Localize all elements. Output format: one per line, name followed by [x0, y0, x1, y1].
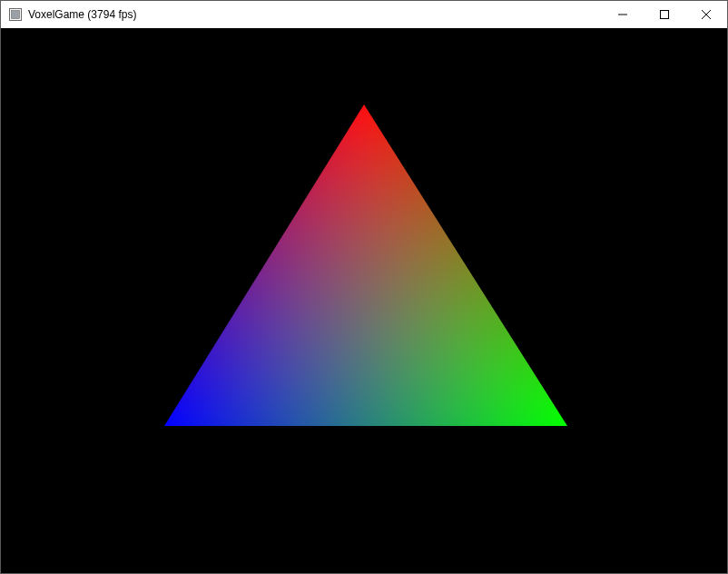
svg-rect-3	[661, 11, 669, 19]
close-button[interactable]	[685, 1, 727, 28]
window-title: VoxelGame (3794 fps)	[28, 1, 136, 28]
app-window: VoxelGame (3794 fps)	[0, 0, 728, 574]
maximize-button[interactable]	[644, 1, 685, 28]
svg-marker-8	[164, 104, 567, 426]
close-icon	[702, 10, 711, 19]
titlebar[interactable]: VoxelGame (3794 fps)	[1, 1, 727, 28]
window-controls	[602, 1, 727, 28]
render-viewport[interactable]	[1, 28, 727, 573]
rendered-triangle	[1, 28, 727, 573]
app-icon	[8, 7, 23, 22]
minimize-icon	[618, 10, 627, 19]
minimize-button[interactable]	[602, 1, 644, 28]
svg-rect-1	[12, 11, 20, 19]
maximize-icon	[660, 10, 669, 19]
